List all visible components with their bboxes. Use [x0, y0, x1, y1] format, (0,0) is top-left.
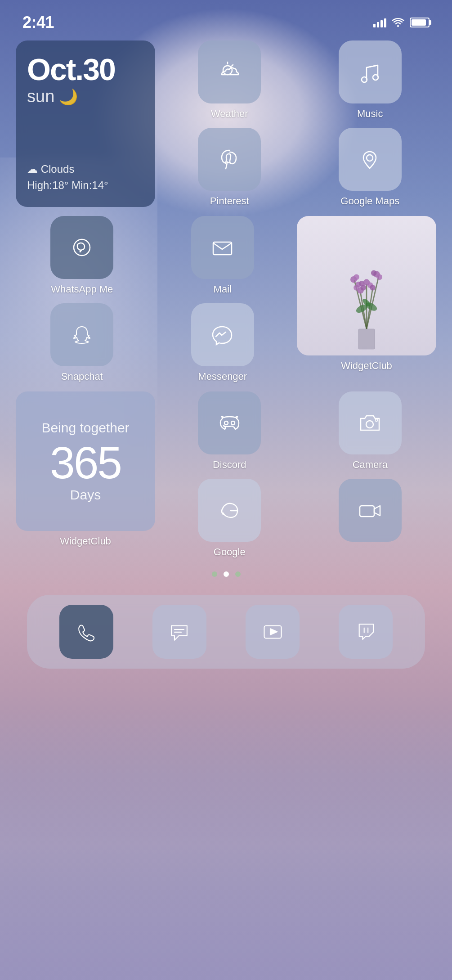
- app-label-snapchat: Snapchat: [61, 371, 103, 382]
- page-dot-3: [235, 571, 241, 577]
- dock-play[interactable]: [246, 605, 300, 659]
- app-label-camera: Camera: [353, 459, 388, 471]
- app-snapchat[interactable]: Snapchat: [16, 303, 148, 382]
- app-label-music: Music: [357, 108, 383, 120]
- svg-line-6: [367, 65, 378, 67]
- svg-point-8: [74, 239, 90, 256]
- svg-point-5: [373, 75, 378, 80]
- svg-point-33: [231, 421, 235, 425]
- app-icon-mail[interactable]: [191, 216, 254, 279]
- svg-point-30: [354, 274, 359, 280]
- camera-icon: [355, 409, 385, 438]
- app-video[interactable]: [304, 479, 437, 546]
- counter-tagline: Being together: [41, 420, 129, 436]
- app-label-whatsapp: WhatsApp Me: [51, 283, 113, 295]
- dock-phone-icon[interactable]: [59, 605, 113, 659]
- home-screen: 2:41: [0, 0, 452, 980]
- svg-point-32: [224, 421, 228, 425]
- app-icon-maps[interactable]: [339, 128, 402, 191]
- app-icon-music[interactable]: [339, 40, 402, 103]
- app-mail[interactable]: Mail: [157, 216, 289, 295]
- widget-day-text: sun 🌙: [27, 87, 144, 106]
- counter-number: 365: [50, 440, 121, 485]
- dock-twitch-icon[interactable]: [339, 605, 393, 659]
- status-bar: 2:41: [0, 0, 452, 36]
- dock-phone[interactable]: [59, 605, 113, 659]
- apps-col-camera: Camera: [304, 391, 437, 558]
- dock: [27, 595, 425, 669]
- app-weather[interactable]: Weather: [163, 40, 296, 120]
- widget-date-text: Oct.30: [27, 54, 144, 85]
- app-label-mail: Mail: [214, 283, 232, 295]
- wifi-icon: [392, 18, 404, 27]
- status-icons: [373, 18, 430, 27]
- moon-icon: 🌙: [59, 88, 78, 106]
- app-whatsapp[interactable]: WhatsApp Me: [16, 216, 148, 295]
- dock-play-icon[interactable]: [246, 605, 300, 659]
- signal-bar-4: [384, 18, 386, 27]
- photo-widget-container: WidgetClub: [297, 216, 436, 382]
- svg-rect-9: [213, 242, 232, 255]
- signal-bar-1: [373, 24, 376, 27]
- photo-widget[interactable]: [297, 216, 436, 355]
- app-icon-weather[interactable]: [198, 40, 261, 103]
- signal-bar-2: [377, 22, 379, 27]
- app-google[interactable]: Google: [163, 479, 296, 558]
- date-widget[interactable]: Oct.30 sun 🌙 ☁ Clouds High:18° Min:14°: [16, 40, 155, 207]
- flower-illustration: [326, 229, 407, 355]
- apps-col-discord: Discord Google: [163, 391, 296, 558]
- svg-rect-10: [358, 329, 375, 349]
- svg-point-34: [366, 421, 373, 428]
- apps-center-col: Mail Messenger: [157, 216, 289, 382]
- battery-fill: [412, 19, 426, 26]
- twitch-icon: [354, 620, 378, 644]
- widget-weather-info: ☁ Clouds High:18° Min:14°: [27, 161, 144, 193]
- app-pinterest[interactable]: Pinterest: [163, 128, 296, 207]
- app-icon-snapchat[interactable]: [50, 303, 113, 366]
- svg-point-4: [362, 77, 367, 82]
- app-label-weather: Weather: [211, 108, 248, 120]
- svg-point-7: [367, 155, 373, 161]
- app-label-maps: Google Maps: [340, 195, 399, 207]
- mail-icon: [208, 233, 237, 262]
- svg-point-1: [223, 66, 232, 75]
- page-dot-1: [212, 571, 217, 577]
- counter-widget-label: WidgetClub: [60, 535, 111, 547]
- svg-point-25: [370, 285, 376, 291]
- svg-marker-40: [270, 629, 277, 635]
- counter-unit: Days: [70, 487, 101, 503]
- photo-widget-label: WidgetClub: [341, 360, 392, 372]
- app-icon-google[interactable]: [198, 479, 261, 542]
- app-label-google: Google: [214, 546, 246, 558]
- dock-twitch[interactable]: [339, 605, 393, 659]
- app-music[interactable]: Music: [304, 40, 437, 120]
- app-icon-video[interactable]: [339, 479, 402, 542]
- svg-point-28: [371, 270, 377, 276]
- page-dot-2: [224, 571, 229, 577]
- dock-messages[interactable]: [152, 605, 206, 659]
- battery-tip: [430, 20, 431, 25]
- svg-rect-36: [360, 506, 374, 517]
- app-camera[interactable]: Camera: [304, 391, 437, 471]
- signal-icon: [373, 18, 386, 27]
- svg-point-35: [376, 419, 378, 421]
- music-icon: [355, 58, 385, 87]
- app-icon-camera[interactable]: [339, 391, 402, 454]
- dock-messages-icon[interactable]: [152, 605, 206, 659]
- app-icon-whatsapp[interactable]: [50, 216, 113, 279]
- counter-widget[interactable]: Being together 365 Days: [16, 391, 155, 531]
- app-discord[interactable]: Discord: [163, 391, 296, 471]
- app-icon-pinterest[interactable]: [198, 128, 261, 191]
- apps-left-col: WhatsApp Me Snapchat: [16, 216, 148, 382]
- page-indicators: [16, 571, 436, 577]
- app-google-maps[interactable]: Google Maps: [304, 128, 437, 207]
- discord-icon: [215, 409, 244, 438]
- play-icon: [260, 620, 285, 644]
- snapchat-icon: [67, 320, 97, 350]
- app-messenger[interactable]: Messenger: [157, 303, 289, 382]
- app-icon-messenger[interactable]: [191, 303, 254, 366]
- home-screen-content: Oct.30 sun 🌙 ☁ Clouds High:18° Min:14°: [0, 36, 452, 669]
- app-icon-discord[interactable]: [198, 391, 261, 454]
- battery-icon: [410, 18, 430, 27]
- svg-point-0: [397, 25, 399, 27]
